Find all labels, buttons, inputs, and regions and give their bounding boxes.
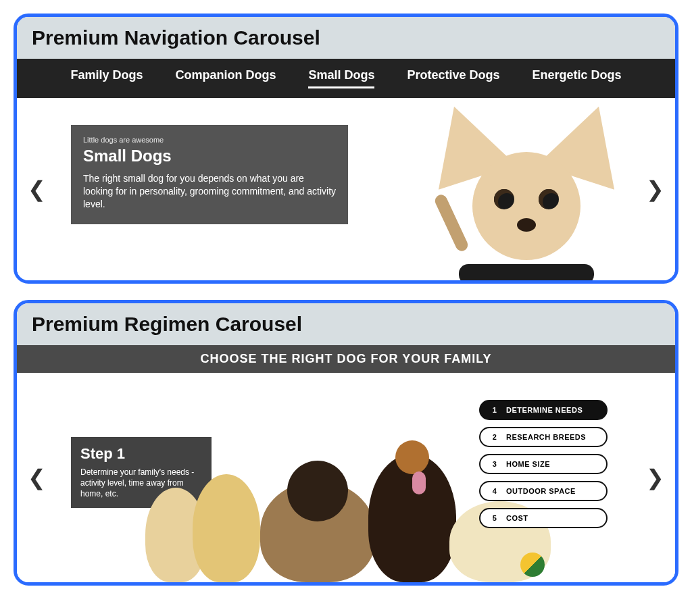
chevron-left-icon[interactable]: ❮: [21, 458, 53, 497]
chevron-left-icon[interactable]: ❮: [21, 170, 53, 209]
step-pill-1[interactable]: 1 DETERMINE NEEDS: [479, 400, 608, 420]
panel-title: Premium Navigation Carousel: [17, 17, 675, 59]
tab-energetic-dogs[interactable]: Energetic Dogs: [533, 68, 622, 88]
step-label: HOME SIZE: [506, 460, 550, 468]
caption-body: The right small dog for you depends on w…: [83, 172, 336, 211]
slide-caption: Little dogs are awesome Small Dogs The r…: [71, 125, 348, 224]
step-number: 5: [490, 514, 499, 522]
tab-small-dogs[interactable]: Small Dogs: [308, 68, 374, 88]
carousel-viewport: ❮ ❯ Little dogs are awesome Small Dogs T…: [17, 98, 675, 280]
step-label: COST: [506, 514, 528, 522]
step-pill-5[interactable]: 5 COST: [479, 508, 608, 528]
step-label: OUTDOOR SPACE: [506, 487, 576, 495]
chevron-right-icon[interactable]: ❯: [639, 170, 671, 209]
step-number: 4: [490, 487, 499, 495]
tab-family-dogs[interactable]: Family Dogs: [70, 68, 143, 88]
step-label: RESEARCH BREEDS: [506, 433, 586, 441]
tab-protective-dogs[interactable]: Protective Dogs: [407, 68, 499, 88]
step-number: 3: [490, 460, 499, 468]
navigation-carousel-panel: Premium Navigation Carousel Family Dogs …: [14, 14, 678, 284]
chihuahua-image: [418, 105, 635, 280]
caption-eyebrow: Little dogs are awesome: [83, 136, 336, 144]
step-list: 1 DETERMINE NEEDS 2 RESEARCH BREEDS 3 HO…: [479, 400, 608, 528]
category-tabbar: Family Dogs Companion Dogs Small Dogs Pr…: [17, 59, 675, 98]
carousel-viewport: ❮ ❯ Step 1 Determine your family's needs…: [17, 373, 675, 582]
panel-title: Premium Regimen Carousel: [17, 303, 675, 345]
chevron-right-icon[interactable]: ❯: [639, 458, 671, 497]
tab-companion-dogs[interactable]: Companion Dogs: [175, 68, 276, 88]
step-number: 2: [490, 433, 499, 441]
banner-heading: CHOOSE THE RIGHT DOG FOR YOUR FAMILY: [17, 345, 675, 373]
step-pill-3[interactable]: 3 HOME SIZE: [479, 454, 608, 474]
caption-title: Small Dogs: [83, 147, 336, 165]
step-label: DETERMINE NEEDS: [506, 406, 583, 414]
regimen-carousel-panel: Premium Regimen Carousel CHOOSE THE RIGH…: [14, 300, 678, 586]
puppies-image: [145, 427, 486, 582]
step-pill-2[interactable]: 2 RESEARCH BREEDS: [479, 427, 608, 447]
step-pill-4[interactable]: 4 OUTDOOR SPACE: [479, 481, 608, 501]
step-number: 1: [490, 406, 499, 414]
